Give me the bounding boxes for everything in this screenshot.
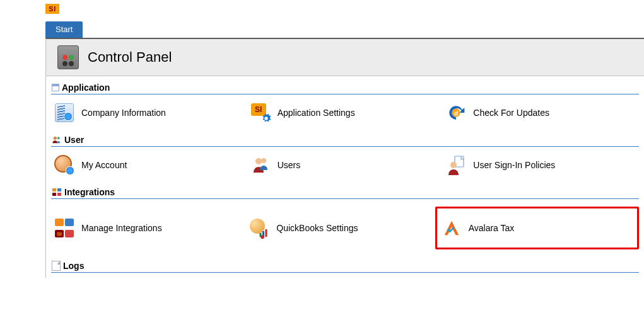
item-label: User Sign-In Policies	[473, 160, 555, 170]
company-information-icon	[55, 103, 74, 122]
section-label: User	[64, 135, 84, 145]
svg-rect-9	[57, 188, 61, 191]
logs-section-icon	[52, 261, 61, 271]
svg-point-5	[261, 158, 266, 163]
item-label: Company Information	[81, 108, 166, 118]
section-header-integrations: Integrations	[51, 183, 639, 199]
users-icon	[250, 155, 271, 175]
title-bar: Control Panel	[46, 39, 644, 76]
item-my-account[interactable]: My Account	[51, 154, 247, 176]
avalara-tax-icon	[442, 219, 461, 237]
item-application-settings[interactable]: SI Application Settings	[247, 102, 443, 123]
svg-point-7	[450, 162, 457, 168]
item-users[interactable]: Users	[247, 154, 443, 176]
section-header-logs: Logs	[51, 257, 639, 273]
integrations-section-icon	[52, 188, 62, 197]
item-label: Application Settings	[278, 108, 355, 118]
user-section-icon	[52, 135, 62, 144]
section-label: Logs	[63, 261, 84, 271]
manage-integrations-icon: SI	[55, 219, 74, 237]
item-label: Check For Updates	[473, 108, 549, 118]
application-settings-icon: SI	[251, 103, 270, 122]
svg-point-3	[57, 137, 60, 139]
my-account-icon	[54, 155, 74, 175]
check-updates-icon: d	[446, 103, 466, 123]
item-label: Manage Integrations	[81, 223, 162, 233]
item-label: Avalara Tax	[469, 223, 515, 233]
control-panel-icon	[57, 45, 79, 69]
section-label: Application	[62, 83, 110, 93]
item-company-information[interactable]: Company Information	[51, 102, 247, 123]
page-title: Control Panel	[88, 49, 172, 66]
item-label: Users	[278, 160, 301, 170]
svg-text:d: d	[454, 110, 458, 117]
section-header-application: Application	[51, 79, 639, 94]
item-check-for-updates[interactable]: d Check For Updates	[443, 102, 639, 123]
section-label: Integrations	[64, 187, 115, 197]
svg-rect-8	[52, 188, 56, 191]
control-panel: Control Panel Application Company Inform…	[45, 38, 644, 278]
app-badge: SI	[45, 4, 59, 14]
svg-rect-10	[52, 193, 56, 196]
svg-rect-14	[266, 229, 267, 237]
user-signin-policies-icon	[446, 155, 466, 175]
item-label: My Account	[81, 160, 127, 170]
svg-point-2	[54, 137, 57, 140]
tab-bar: Start	[45, 21, 644, 38]
item-label: QuickBooks Settings	[276, 223, 358, 233]
item-user-signin-policies[interactable]: User Sign-In Policies	[443, 154, 639, 176]
section-header-user: User	[51, 131, 639, 147]
application-section-icon	[52, 84, 59, 91]
item-avalara-tax[interactable]: Avalara Tax	[435, 207, 639, 249]
item-quickbooks-settings[interactable]: QuickBooks Settings	[246, 207, 441, 249]
quickbooks-settings-icon	[250, 219, 269, 237]
item-manage-integrations[interactable]: SI Manage Integrations	[51, 207, 246, 249]
svg-point-4	[255, 158, 262, 164]
tab-start[interactable]: Start	[45, 21, 83, 38]
svg-rect-11	[57, 193, 61, 196]
